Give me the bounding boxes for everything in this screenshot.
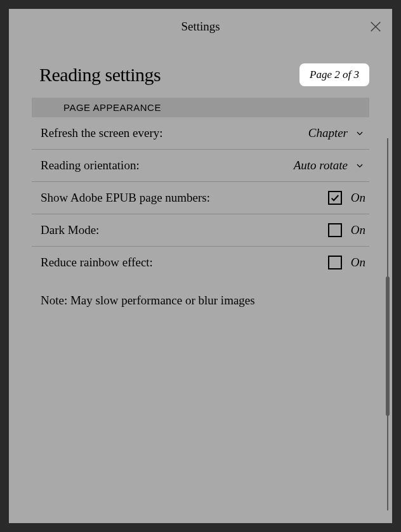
content: Reading settings Page 2 of 3 PAGE APPEAR… bbox=[9, 44, 392, 523]
modal-title: Settings bbox=[181, 20, 220, 34]
checkbox-unchecked[interactable] bbox=[328, 223, 342, 237]
section-header: PAGE APPEARANCE bbox=[32, 98, 369, 117]
checkbox-unchecked[interactable] bbox=[328, 256, 342, 269]
page-indicator-badge[interactable]: Page 2 of 3 bbox=[299, 63, 369, 86]
row-label: Dark Mode: bbox=[41, 223, 99, 237]
row-label: Show Adobe EPUB page numbers: bbox=[41, 191, 210, 205]
value-text: Auto rotate bbox=[294, 159, 348, 172]
settings-panel: Settings Reading settings Page 2 of 3 PA… bbox=[9, 9, 392, 523]
settings-list: Refresh the screen every: Chapter Readin… bbox=[32, 117, 369, 316]
page-title: Reading settings bbox=[39, 64, 161, 86]
app-frame: Settings Reading settings Page 2 of 3 PA… bbox=[0, 0, 401, 532]
row-label: Reading orientation: bbox=[41, 159, 140, 172]
value-text: Chapter bbox=[308, 126, 348, 140]
chevron-down-icon bbox=[354, 160, 365, 171]
scrollbar-track[interactable] bbox=[387, 138, 388, 510]
row-label: Refresh the screen every: bbox=[41, 126, 163, 140]
chevron-down-icon bbox=[354, 127, 365, 139]
row-value: Chapter bbox=[308, 126, 365, 140]
close-icon bbox=[369, 20, 383, 34]
title-row: Reading settings Page 2 of 3 bbox=[9, 44, 392, 98]
value-text: On bbox=[351, 191, 365, 205]
row-dark-mode[interactable]: Dark Mode: On bbox=[32, 214, 369, 247]
scrollbar-thumb[interactable] bbox=[386, 276, 390, 416]
row-value: On bbox=[328, 223, 365, 237]
row-value: On bbox=[328, 191, 365, 205]
row-refresh-screen[interactable]: Refresh the screen every: Chapter bbox=[32, 117, 369, 150]
modal-header: Settings bbox=[9, 9, 392, 44]
checkbox-checked[interactable] bbox=[328, 191, 342, 205]
value-text: On bbox=[351, 223, 365, 237]
checkmark-icon bbox=[330, 193, 340, 203]
close-button[interactable] bbox=[365, 16, 386, 37]
row-label: Reduce rainbow effect: bbox=[41, 256, 153, 269]
value-text: On bbox=[351, 256, 365, 269]
note-text: Note: May slow performance or blur image… bbox=[32, 278, 369, 316]
content-wrap: Reading settings Page 2 of 3 PAGE APPEAR… bbox=[9, 44, 392, 523]
row-adobe-epub[interactable]: Show Adobe EPUB page numbers: On bbox=[32, 182, 369, 214]
row-value: On bbox=[328, 256, 365, 269]
row-reading-orientation[interactable]: Reading orientation: Auto rotate bbox=[32, 150, 369, 182]
row-value: Auto rotate bbox=[294, 159, 365, 172]
row-reduce-rainbow[interactable]: Reduce rainbow effect: On bbox=[32, 247, 369, 278]
